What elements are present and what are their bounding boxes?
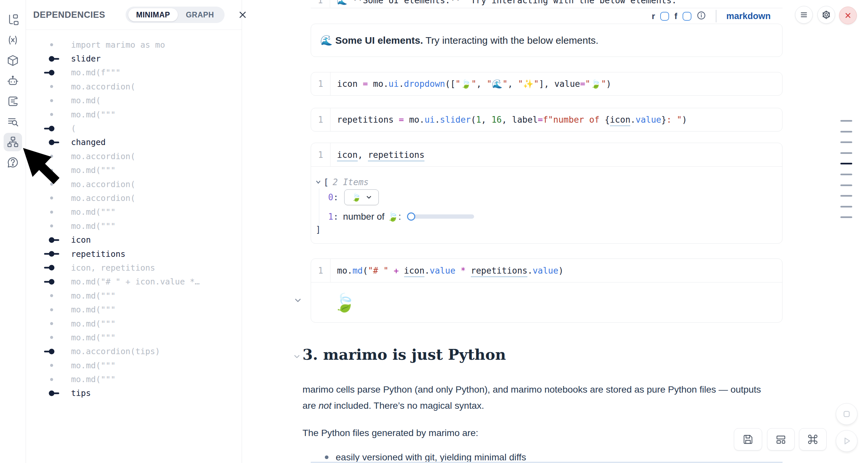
stop-button[interactable] bbox=[836, 403, 858, 425]
shutdown-button[interactable] bbox=[839, 7, 857, 24]
minimap-item[interactable]: mo.md(""" bbox=[26, 107, 242, 121]
minimap-item-label: mo.accordion( bbox=[71, 82, 135, 91]
minimap-item[interactable]: mo.md(f""" bbox=[26, 66, 242, 80]
minimap-item[interactable]: mo.md(""" bbox=[26, 163, 242, 177]
minimap-item[interactable]: mo.md(""" bbox=[26, 205, 242, 219]
cell-marker-icon bbox=[44, 111, 59, 118]
code-cell-dropdown[interactable]: 1 icon = mo.ui.dropdown(["🍃", "🌊", "✨"],… bbox=[311, 72, 782, 96]
cell-marker-icon bbox=[44, 41, 59, 48]
code-line[interactable]: repetitions = mo.ui.slider(1, 16, label=… bbox=[331, 115, 687, 125]
minimap-item[interactable]: tips bbox=[26, 387, 242, 400]
slider-handle[interactable] bbox=[407, 212, 415, 221]
minimap-item[interactable]: mo.md(""" bbox=[26, 317, 242, 331]
close-panel-button[interactable] bbox=[238, 9, 248, 21]
file-explorer-icon[interactable] bbox=[4, 10, 22, 29]
run-button[interactable] bbox=[836, 430, 858, 452]
raw-checkbox[interactable] bbox=[660, 12, 669, 21]
code-line[interactable]: mo.md("# " + icon.value * repetitions.va… bbox=[331, 266, 563, 276]
minimap-item-label: mo.md(""" bbox=[71, 305, 115, 314]
command-icon bbox=[807, 433, 819, 445]
ai-assistant-icon[interactable] bbox=[4, 72, 22, 90]
save-icon bbox=[742, 434, 753, 445]
minimap-list: import marimo as mo slider mo.md(f""" mo… bbox=[26, 30, 242, 400]
minimap-item[interactable]: mo.md("# " + icon.value *… bbox=[26, 275, 242, 289]
cell-marker-icon bbox=[44, 292, 59, 299]
minimap-item[interactable]: import marimo as mo bbox=[26, 38, 242, 52]
markdown-editor-cut[interactable]: 1 🌊 **Some UI elements.** Try interactin… bbox=[311, 0, 782, 8]
code-cell-slider[interactable]: 1 repetitions = mo.ui.slider(1, 16, labe… bbox=[311, 108, 782, 131]
minimap-item[interactable]: changed bbox=[26, 135, 242, 149]
info-icon[interactable] bbox=[697, 11, 706, 21]
row-index: 1 bbox=[328, 212, 333, 222]
scroll-mark[interactable] bbox=[840, 195, 852, 197]
minimap-item[interactable]: mo.accordion(tips) bbox=[26, 345, 242, 359]
emoji-output: 🍃 bbox=[311, 282, 782, 322]
minimap-item[interactable]: ( bbox=[26, 121, 242, 135]
variables-icon[interactable] bbox=[4, 31, 22, 49]
help-icon[interactable] bbox=[4, 153, 22, 172]
settings-button[interactable] bbox=[817, 6, 835, 24]
scroll-mark[interactable] bbox=[840, 216, 852, 218]
cell-marker-icon bbox=[44, 167, 59, 174]
layout-button[interactable] bbox=[767, 428, 795, 451]
minimap-item[interactable]: icon, repetitions bbox=[26, 261, 242, 275]
cell-marker-icon bbox=[44, 56, 59, 62]
snippets-icon[interactable] bbox=[4, 113, 22, 131]
minimap-item-label: mo.md(""" bbox=[71, 221, 115, 231]
minimap-item[interactable]: mo.accordion( bbox=[26, 177, 242, 191]
format-checkbox[interactable] bbox=[683, 12, 691, 21]
scroll-mark[interactable] bbox=[840, 206, 852, 208]
scroll-mark[interactable] bbox=[840, 131, 852, 132]
minimap-item[interactable]: mo.md(""" bbox=[26, 359, 242, 372]
dependencies-panel: DEPENDENCIES MINIMAP GRAPH import marimo… bbox=[26, 0, 242, 463]
chevron-down-icon bbox=[366, 194, 372, 200]
minimap-item[interactable]: mo.accordion( bbox=[26, 149, 242, 163]
minimap-item-label: mo.md(""" bbox=[71, 319, 115, 329]
markdown-cell-toolbar: r f markdown bbox=[311, 8, 782, 24]
cell-marker-icon bbox=[44, 153, 59, 159]
keyboard-shortcuts-button[interactable] bbox=[799, 428, 827, 451]
scroll-mark-active[interactable] bbox=[840, 163, 852, 164]
code-line[interactable]: icon, repetitions bbox=[331, 150, 425, 160]
minimap-item[interactable]: mo.md( bbox=[26, 94, 242, 107]
cell-marker-icon bbox=[44, 306, 59, 313]
minimap-item-label: slider bbox=[71, 54, 101, 63]
minimap-item[interactable]: mo.accordion( bbox=[26, 80, 242, 93]
code-cell-md[interactable]: 1 mo.md("# " + icon.value * repetitions.… bbox=[311, 258, 782, 322]
code-line[interactable]: icon = mo.ui.dropdown(["🍃", "🌊", "✨"], v… bbox=[331, 79, 611, 89]
save-button[interactable] bbox=[734, 428, 762, 451]
notebook-menu-button[interactable] bbox=[795, 6, 813, 24]
minimap-item[interactable]: mo.md(""" bbox=[26, 303, 242, 316]
collapse-chevron-icon[interactable] bbox=[315, 179, 321, 185]
packages-icon[interactable] bbox=[4, 51, 22, 70]
scroll-mark[interactable] bbox=[840, 174, 852, 175]
section-collapse-chevron-icon[interactable] bbox=[293, 352, 301, 362]
minimap-item[interactable]: mo.accordion( bbox=[26, 191, 242, 205]
minimap-item[interactable]: mo.md(""" bbox=[26, 289, 242, 303]
minimap-item[interactable]: mo.md(""" bbox=[26, 372, 242, 386]
scroll-mark[interactable] bbox=[840, 120, 852, 122]
output-collapse-chevron-icon[interactable] bbox=[293, 296, 302, 306]
language-mode-label[interactable]: markdown bbox=[726, 11, 771, 21]
list-item: easily versioned with git, yielding mini… bbox=[325, 452, 526, 463]
cell-marker-icon bbox=[44, 320, 59, 327]
markdown-output-cell[interactable]: 🌊 Some UI elements. Try interacting with… bbox=[311, 24, 782, 57]
minimap-item[interactable]: mo.md(""" bbox=[26, 331, 242, 344]
slider-track[interactable] bbox=[413, 214, 474, 219]
dropdown-select[interactable]: 🍃 bbox=[344, 189, 379, 205]
minimap-item[interactable]: slider bbox=[26, 52, 242, 65]
dependencies-icon[interactable] bbox=[4, 133, 22, 151]
repetitions-slider[interactable] bbox=[407, 212, 474, 221]
minimap-item[interactable]: repetitions bbox=[26, 247, 242, 261]
scroll-mark[interactable] bbox=[840, 184, 852, 186]
minimap-item[interactable]: mo.md(""" bbox=[26, 219, 242, 233]
tab-graph[interactable]: GRAPH bbox=[178, 8, 222, 21]
tab-minimap[interactable]: MINIMAP bbox=[128, 8, 178, 21]
code-cell-expression[interactable]: 1 icon, repetitions [ 2 Items 0: 🍃 1: nu… bbox=[311, 143, 782, 244]
minimap-item[interactable]: icon bbox=[26, 233, 242, 247]
scroll-mark[interactable] bbox=[840, 142, 852, 143]
scroll-mark[interactable] bbox=[840, 152, 852, 154]
close-icon bbox=[238, 10, 248, 20]
scratchpad-icon[interactable] bbox=[4, 92, 22, 111]
layout-icon bbox=[775, 433, 787, 445]
